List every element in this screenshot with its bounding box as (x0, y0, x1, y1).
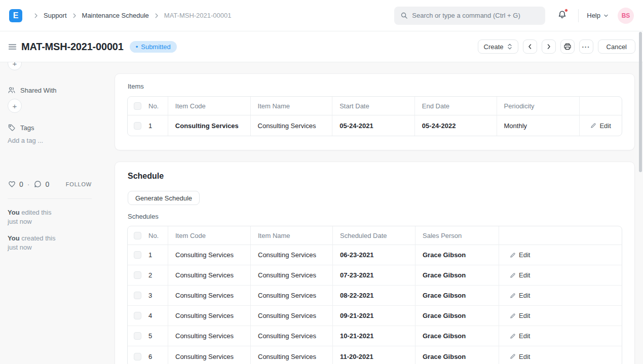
assign-plus-button[interactable]: + (8, 62, 22, 70)
edit-label: Edit (519, 271, 530, 279)
follow-button[interactable]: FOLLOW (66, 181, 92, 187)
navbar: E Support Maintenance Schedule MAT-MSH-2… (0, 0, 643, 31)
item-name-cell: Consulting Services (251, 346, 333, 364)
previous-document-button[interactable] (523, 39, 537, 54)
breadcrumb-current-doc: MAT-MSH-2021-00001 (164, 12, 232, 19)
ellipsis-icon: ··· (582, 43, 590, 51)
tag-icon (8, 124, 16, 132)
item-code-cell: Consulting Services (168, 346, 251, 364)
activity-actor: You (8, 209, 20, 216)
pencil-icon (510, 333, 516, 339)
status-dot: • (136, 43, 138, 51)
global-search[interactable] (394, 7, 545, 25)
sales-person-cell: Grace Gibson (415, 286, 499, 305)
col-sales-person: Sales Person (415, 226, 499, 245)
chevron-left-icon (526, 43, 534, 50)
printer-icon (563, 43, 572, 51)
breadcrumb-maintenance-schedule[interactable]: Maintenance Schedule (82, 12, 149, 19)
schedule-row[interactable]: 2 Consulting Services Consulting Service… (128, 265, 622, 286)
scheduled-date-cell: 06-23-2021 (333, 245, 415, 265)
item-code-cell[interactable]: Consulting Services (168, 115, 251, 136)
col-no: No. (148, 102, 159, 110)
activity-actor: You (8, 234, 20, 242)
row-edit-button[interactable]: Edit (510, 271, 530, 279)
document-sidebar: + Shared With + Tags Add a (0, 62, 115, 364)
chevron-right-icon (71, 13, 78, 19)
col-end-date: End Date (415, 97, 497, 115)
row-checkbox[interactable] (134, 122, 141, 130)
items-row[interactable]: 1 Consulting Services Consulting Service… (128, 115, 622, 136)
row-edit-button[interactable]: Edit (510, 292, 530, 299)
shared-with-section[interactable]: Shared With (8, 86, 57, 94)
activity-entry: You created this just now (8, 234, 55, 252)
share-plus-button[interactable]: + (8, 99, 22, 113)
notifications-button[interactable] (557, 10, 567, 21)
activity-time: just now (8, 217, 51, 226)
create-button[interactable]: Create (478, 39, 518, 54)
col-item-name: Item Name (251, 97, 333, 115)
select-all-checkbox[interactable] (134, 232, 141, 239)
row-checkbox[interactable] (134, 312, 141, 319)
app-logo[interactable]: E (9, 9, 22, 22)
col-item-code: Item Code (168, 97, 251, 115)
sales-person-cell: Grace Gibson (415, 346, 499, 364)
user-avatar[interactable]: BS (618, 8, 634, 24)
row-checkbox[interactable] (134, 332, 141, 340)
help-menu[interactable]: Help (587, 12, 609, 19)
row-edit-button[interactable]: Edit (510, 332, 530, 340)
status-badge: • Submitted (130, 41, 177, 53)
print-button[interactable] (560, 39, 575, 54)
item-name-cell: Consulting Services (251, 286, 333, 305)
item-name-cell: Consulting Services (251, 245, 333, 265)
help-label: Help (587, 12, 600, 19)
schedule-card: Schedule Generate Schedule Schedules No.… (115, 161, 635, 364)
schedule-row[interactable]: 1 Consulting Services Consulting Service… (128, 245, 622, 265)
notification-dot (564, 9, 568, 12)
search-input[interactable] (412, 12, 539, 19)
breadcrumb-support[interactable]: Support (44, 12, 67, 19)
edit-label: Edit (519, 292, 530, 299)
create-label: Create (484, 43, 504, 51)
row-edit-button[interactable]: Edit (510, 312, 530, 319)
search-icon (400, 12, 408, 19)
activity-entry: You edited this just now (8, 208, 51, 226)
schedule-row[interactable]: 5 Consulting Services Consulting Service… (128, 326, 622, 346)
tags-label: Tags (20, 124, 34, 132)
row-checkbox[interactable] (134, 353, 141, 360)
chevron-right-icon (545, 43, 552, 50)
tags-section: Tags (8, 124, 34, 132)
comment-icon[interactable] (33, 180, 42, 188)
schedule-row[interactable]: 4 Consulting Services Consulting Service… (128, 306, 622, 326)
select-all-checkbox[interactable] (134, 102, 141, 110)
item-code-cell: Consulting Services (168, 265, 251, 285)
add-tag-input[interactable]: Add a tag ... (8, 137, 43, 144)
schedules-grid-header: No. Item Code Item Name Scheduled Date S… (128, 226, 622, 245)
pencil-icon (510, 272, 516, 278)
row-checkbox[interactable] (134, 251, 141, 259)
sidebar-toggle-menu-icon[interactable] (8, 42, 17, 52)
heart-icon[interactable] (8, 180, 16, 188)
items-card: Items No. Item Code Item Name Start Date… (115, 73, 635, 150)
page-title: MAT-MSH-2021-00001 (21, 41, 124, 53)
next-document-button[interactable] (542, 39, 556, 54)
row-checkbox[interactable] (134, 292, 141, 299)
row-edit-button[interactable]: Edit (510, 353, 530, 360)
comments-count: 0 (45, 180, 49, 188)
item-code-cell: Consulting Services (168, 245, 251, 265)
scheduled-date-cell: 08-22-2021 (333, 286, 415, 305)
row-edit-button[interactable]: Edit (590, 122, 611, 130)
row-no: 5 (148, 332, 152, 340)
breadcrumb: Support Maintenance Schedule MAT-MSH-202… (28, 12, 232, 19)
caret-up-down-icon (507, 43, 512, 50)
cancel-button[interactable]: Cancel (598, 39, 635, 54)
more-options-button[interactable]: ··· (579, 39, 593, 54)
schedule-row[interactable]: 6 Consulting Services Consulting Service… (128, 346, 622, 364)
generate-schedule-button[interactable]: Generate Schedule (128, 191, 200, 205)
row-edit-button[interactable]: Edit (510, 251, 530, 259)
edit-label: Edit (519, 312, 530, 319)
schedule-row[interactable]: 3 Consulting Services Consulting Service… (128, 286, 622, 306)
scrollbar-thumb[interactable] (639, 32, 642, 172)
chevron-down-icon (603, 13, 609, 18)
status-label: Submitted (141, 43, 171, 51)
row-checkbox[interactable] (134, 271, 141, 279)
